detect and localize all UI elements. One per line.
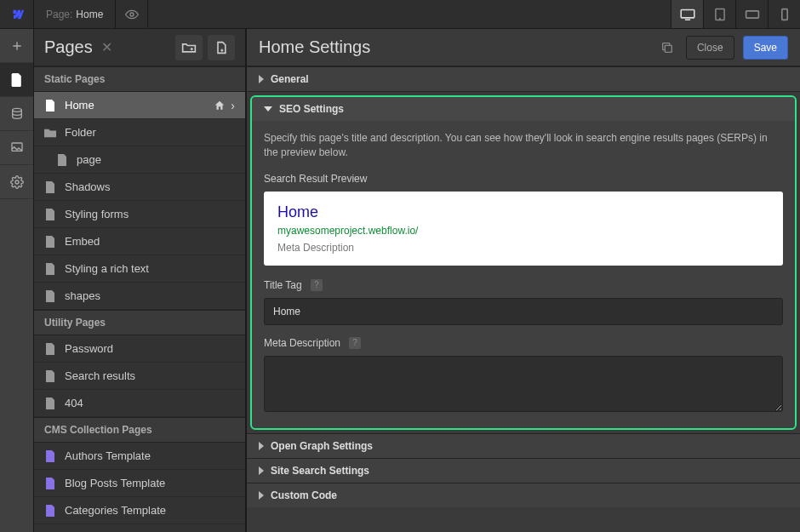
page-icon (44, 369, 56, 383)
accordion-label: General (271, 73, 309, 85)
page-item-styling-forms[interactable]: Styling forms (34, 201, 245, 228)
accordion-toggle-custom-code[interactable]: Custom Code (247, 483, 800, 507)
folder-icon (44, 126, 56, 140)
page-item-page[interactable]: page (34, 146, 245, 174)
serp-title: Home (277, 203, 769, 221)
svg-rect-1 (681, 9, 694, 17)
svg-rect-4 (746, 10, 758, 17)
page-item-label: Authors Template (65, 449, 151, 462)
assets-panel-button[interactable] (0, 131, 33, 165)
cms-page-icon (44, 449, 56, 463)
page-item-label: Password (65, 342, 113, 355)
page-item-label: Search results (65, 369, 135, 382)
serp-preview: Home myawesomeproject.webflow.io/ Meta D… (264, 192, 783, 266)
settings-panel: Home Settings Close Save General SEO Set… (246, 29, 800, 532)
accordion-seo: SEO Settings Specify this page's title a… (247, 91, 800, 433)
device-tablet-button[interactable] (703, 0, 735, 28)
title-tag-label-row: Title Tag ? (264, 279, 783, 291)
project-settings-button[interactable] (0, 165, 33, 199)
serp-meta: Meta Description (277, 242, 769, 254)
static-pages-heading: Static Pages (34, 66, 245, 92)
page-item-label: Styling a rich text (65, 262, 149, 275)
device-phone-landscape-button[interactable] (735, 0, 768, 28)
page-item-home[interactable]: Home › (34, 92, 245, 119)
new-folder-button[interactable] (175, 35, 203, 60)
page-item-folder[interactable]: Folder (34, 119, 245, 146)
pages-scroll: Static Pages Home › Folder page (34, 66, 245, 532)
accordion-general: General (247, 66, 800, 91)
page-icon (56, 153, 68, 167)
page-item-shadows[interactable]: Shadows (34, 174, 245, 201)
page-item-label: 404 (65, 397, 83, 409)
help-icon[interactable]: ? (311, 279, 323, 291)
meta-description-label-row: Meta Description ? (264, 337, 783, 349)
pages-panel-title: Pages (44, 37, 93, 57)
page-icon (44, 208, 56, 221)
page-item-label: Shadows (65, 180, 110, 193)
svg-point-6 (12, 108, 21, 112)
triangle-down-icon (264, 106, 272, 112)
close-pages-panel-icon[interactable]: ✕ (101, 39, 112, 55)
utility-pages-list: Password Search results 404 (34, 335, 245, 417)
page-item-categories-template[interactable]: Categories Template (34, 497, 245, 524)
page-item-label: Embed (65, 235, 100, 248)
close-button[interactable]: Close (686, 36, 734, 60)
page-item-styling-rich-text[interactable]: Styling a rich text (34, 255, 245, 283)
page-icon (44, 99, 56, 112)
triangle-right-icon (259, 442, 264, 450)
cms-page-icon (44, 477, 56, 490)
accordion-label: Custom Code (271, 489, 337, 501)
title-tag-group: Title Tag ? (264, 279, 783, 325)
accordion-toggle-seo[interactable]: SEO Settings (252, 97, 795, 121)
add-element-button[interactable] (0, 29, 33, 63)
topbar-right (671, 0, 800, 28)
page-indicator[interactable]: Page: Home (34, 0, 116, 28)
page-item-shapes[interactable]: shapes (34, 283, 245, 310)
accordion-toggle-og[interactable]: Open Graph Settings (247, 434, 800, 458)
preview-eye-button[interactable] (116, 0, 148, 28)
duplicate-page-icon[interactable] (657, 37, 677, 58)
page-item-blog-posts-template[interactable]: Blog Posts Template (34, 470, 245, 497)
topbar-left: Page: Home (0, 0, 148, 28)
svg-rect-9 (665, 45, 671, 52)
accordion-og: Open Graph Settings (247, 433, 800, 458)
cms-panel-button[interactable] (0, 97, 33, 131)
serp-url: myawesomeproject.webflow.io/ (277, 225, 769, 237)
triangle-right-icon (259, 491, 264, 500)
page-item-search-results[interactable]: Search results (34, 363, 245, 390)
accordion-toggle-general[interactable]: General (247, 67, 800, 91)
settings-header: Home Settings Close Save (247, 29, 800, 66)
page-icon (44, 262, 56, 276)
accordion-site-search: Site Search Settings (247, 458, 800, 483)
page-item-404[interactable]: 404 (34, 390, 245, 417)
accordion-label: Open Graph Settings (271, 440, 373, 452)
seo-description-text: Specify this page's title and descriptio… (264, 131, 783, 161)
page-item-password[interactable]: Password (34, 335, 245, 363)
triangle-right-icon (259, 75, 264, 83)
page-icon (44, 289, 56, 303)
save-button[interactable]: Save (743, 36, 788, 60)
pages-panel-button[interactable] (0, 63, 33, 97)
pages-panel-header: Pages ✕ (34, 29, 245, 66)
help-icon[interactable]: ? (349, 337, 361, 349)
svg-point-8 (15, 180, 19, 184)
svg-point-3 (719, 18, 720, 19)
device-desktop-button[interactable] (671, 0, 703, 28)
meta-description-group: Meta Description ? (264, 337, 783, 415)
page-item-label: Blog Posts Template (65, 477, 165, 489)
accordion-custom-code: Custom Code (247, 483, 800, 507)
page-item-label: Folder (65, 126, 96, 139)
page-item-label: Home (65, 99, 94, 112)
webflow-logo-icon[interactable] (0, 0, 34, 28)
page-item-embed[interactable]: Embed (34, 228, 245, 255)
device-phone-portrait-button[interactable] (768, 0, 800, 28)
page-icon (44, 342, 56, 356)
page-item-authors-template[interactable]: Authors Template (34, 443, 245, 470)
new-page-button[interactable] (208, 35, 235, 60)
accordion-toggle-site-search[interactable]: Site Search Settings (247, 459, 800, 483)
settings-title: Home Settings (259, 37, 649, 57)
meta-description-input[interactable] (264, 356, 783, 412)
title-tag-input[interactable] (264, 298, 783, 325)
triangle-right-icon (259, 466, 264, 475)
cms-pages-heading: CMS Collection Pages (34, 417, 245, 443)
